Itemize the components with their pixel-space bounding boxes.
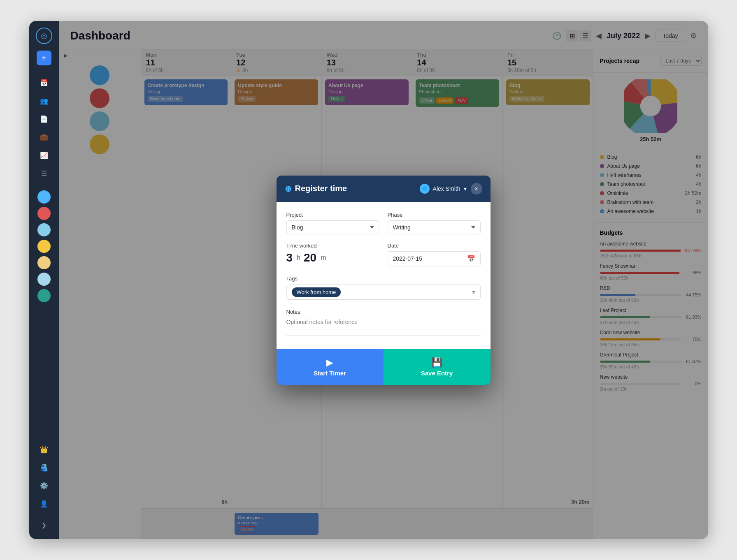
- modal-footer: ▶ Start Timer 💾 Save Entry: [277, 349, 491, 385]
- date-input[interactable]: [393, 255, 467, 262]
- main-area: Dashboard 🕐 ⊞ ☰ ◀ July 2022 ▶ Today ⚙: [59, 21, 708, 539]
- sidebar-item-briefcase[interactable]: 💼: [37, 130, 51, 144]
- register-time-modal: ⊕ Register time 🌐 Alex Smith ▾ ×: [277, 176, 491, 385]
- time-minutes-value: 20: [304, 251, 316, 264]
- tags-input-area[interactable]: Work from home ▾: [286, 285, 481, 300]
- avatar-blue[interactable]: [37, 190, 51, 204]
- date-label: Date: [388, 243, 481, 249]
- avatar-teal[interactable]: [37, 289, 51, 302]
- time-input-group: 3 h 20 m: [286, 251, 379, 264]
- time-label: Time worked: [286, 243, 379, 249]
- modal-title-icon: ⊕: [285, 184, 292, 194]
- notes-section: Notes: [286, 308, 481, 338]
- minutes-unit: m: [321, 254, 326, 261]
- modal-title: ⊕ Register time: [285, 184, 347, 194]
- start-timer-button[interactable]: ▶ Start Timer: [277, 349, 384, 385]
- calendar-picker-button[interactable]: 📅: [467, 255, 475, 263]
- date-input-group: 📅: [388, 251, 481, 266]
- phase-label: Phase: [388, 212, 481, 218]
- sidebar-collapse-button[interactable]: ❯: [37, 518, 51, 532]
- sidebar-item-crown[interactable]: 👑: [37, 442, 51, 457]
- work-from-home-tag: Work from home: [292, 287, 341, 297]
- avatar-red[interactable]: [37, 207, 51, 220]
- save-entry-label: Save Entry: [421, 370, 453, 377]
- avatar-yellow[interactable]: [37, 240, 51, 253]
- project-select[interactable]: Blog: [286, 220, 379, 234]
- notes-label: Notes: [286, 309, 300, 315]
- sidebar-logo[interactable]: ◎: [36, 28, 52, 44]
- modal-close-button[interactable]: ×: [471, 183, 482, 194]
- save-icon: 💾: [431, 357, 442, 368]
- phase-group: Phase Writing: [388, 212, 481, 234]
- start-timer-label: Start Timer: [314, 370, 346, 377]
- form-project-phase-row: Project Blog Phase Writing: [286, 212, 481, 234]
- sidebar-item-settings[interactable]: ⚙️: [37, 478, 51, 493]
- tags-dropdown-icon[interactable]: ▾: [472, 288, 475, 296]
- tags-section: Tags Work from home ▾: [286, 275, 481, 300]
- sidebar: ◎ + 📅 👥 📄 💼 📈 ☰ 👑 🫂 ⚙️ 👤 ❯: [29, 21, 59, 539]
- modal-user: 🌐 Alex Smith ▾: [420, 184, 467, 194]
- modal-overlay[interactable]: ⊕ Register time 🌐 Alex Smith ▾ ×: [59, 21, 708, 539]
- time-hours-value: 3: [286, 251, 293, 264]
- sidebar-item-users[interactable]: 👥: [37, 93, 51, 108]
- sidebar-item-chart[interactable]: 📈: [37, 148, 51, 162]
- sidebar-item-documents[interactable]: 📄: [37, 111, 51, 126]
- sidebar-item-list[interactable]: ☰: [37, 166, 51, 180]
- user-avatar-modal: 🌐: [420, 184, 430, 194]
- sidebar-item-team[interactable]: 🫂: [37, 460, 51, 475]
- add-button[interactable]: +: [37, 51, 51, 65]
- avatar-lightblue[interactable]: [37, 223, 51, 236]
- time-group: Time worked 3 h 20 m: [286, 243, 379, 266]
- tags-label: Tags: [286, 275, 298, 282]
- sidebar-item-calendar[interactable]: 📅: [37, 75, 51, 90]
- date-group: Date 📅: [388, 243, 481, 266]
- avatar-lightyellow[interactable]: [37, 256, 51, 269]
- phase-select[interactable]: Writing: [388, 220, 481, 234]
- hours-unit: h: [297, 254, 300, 261]
- time-date-row: Time worked 3 h 20 m Date: [286, 243, 481, 266]
- project-label: Project: [286, 212, 379, 218]
- modal-header: ⊕ Register time 🌐 Alex Smith ▾ ×: [277, 176, 491, 202]
- notes-textarea[interactable]: [286, 315, 481, 336]
- modal-body: Project Blog Phase Writing: [277, 202, 491, 349]
- avatar-paleblue[interactable]: [37, 273, 51, 286]
- sidebar-item-profile[interactable]: 👤: [37, 496, 51, 511]
- play-icon: ▶: [326, 357, 333, 368]
- save-entry-button[interactable]: 💾 Save Entry: [384, 349, 491, 385]
- project-group: Project Blog: [286, 212, 379, 234]
